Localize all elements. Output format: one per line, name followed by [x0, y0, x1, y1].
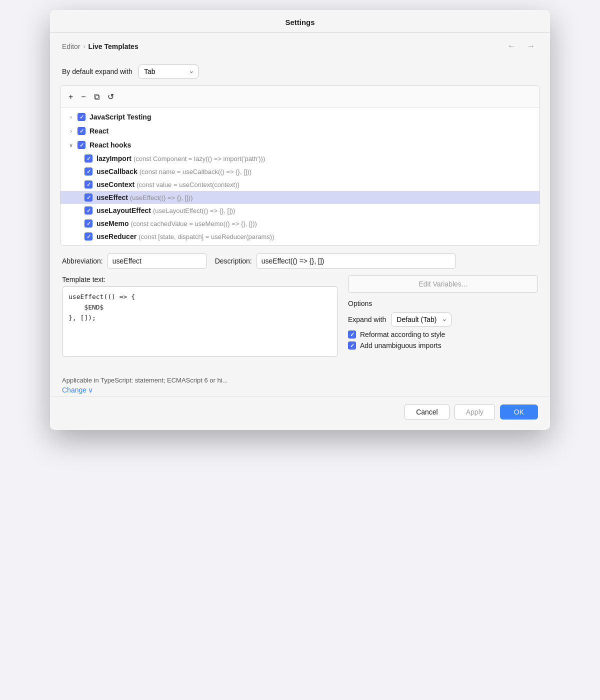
cancel-button[interactable]: Cancel [404, 404, 450, 420]
tree-item-use-layout-effect[interactable]: useLayoutEffect (useLayoutEffect(() => {… [60, 204, 540, 217]
item-desc-use-reducer: (const [state, dispatch] = useReducer(pa… [138, 233, 274, 240]
add-template-button[interactable]: + [66, 90, 76, 104]
tree-item-use-context[interactable]: useContext (const value = useContext(con… [60, 178, 540, 191]
item-checkbox-use-layout-effect[interactable] [84, 206, 92, 214]
breadcrumb: Editor › Live Templates [62, 42, 138, 50]
tree-toolbar: + − ⧉ ↺ [60, 86, 540, 108]
details-panel: Abbreviation: Description: Template text… [50, 246, 550, 372]
group-toggle-js-testing: › [66, 112, 76, 122]
item-desc-use-context: (const value = useContext(context)) [136, 181, 240, 188]
fields-row: Abbreviation: Description: [62, 254, 538, 268]
reformat-checkbox-row: Reformat according to style [348, 330, 538, 338]
item-desc-use-memo: (const cachedValue = useMemo(() => {}, [… [131, 220, 257, 228]
item-checkbox-use-callback[interactable] [84, 168, 92, 176]
template-left-panel: Template text: useEffect(() => { $END$ }… [62, 276, 338, 358]
nav-arrows: ← → [504, 40, 538, 52]
item-name-use-memo: useMemo [96, 220, 129, 228]
tree-item-use-callback[interactable]: useCallback (const name = useCallback(()… [60, 165, 540, 178]
options-section: Options Expand with Default (Tab) Tab En… [348, 300, 538, 350]
applicable-row: Applicable in TypeScript: statement; ECM… [50, 372, 550, 396]
item-name-use-reducer: useReducer [96, 232, 136, 240]
reformat-checkbox[interactable] [348, 330, 356, 338]
tree-group-js-testing[interactable]: › JavaScript Testing [60, 110, 540, 124]
item-desc-lazy-import: (const Component = lazy(() => import('pa… [134, 155, 265, 162]
expand-with-select-wrapper: Tab Enter Space [138, 64, 198, 78]
item-name-use-layout-effect: useLayoutEffect [96, 206, 151, 214]
item-name-use-effect: useEffect [96, 194, 128, 202]
group-name-js-testing: JavaScript Testing [90, 113, 151, 121]
template-tree-panel: + − ⧉ ↺ › JavaScript Testing › React ∨ R… [60, 86, 540, 246]
ok-button[interactable]: OK [500, 404, 538, 420]
item-checkbox-lazy-import[interactable] [84, 154, 92, 162]
breadcrumb-separator: › [84, 43, 86, 50]
group-name-react-hooks: React hooks [90, 141, 131, 149]
item-name-use-context: useContext [96, 180, 134, 188]
breadcrumb-parent[interactable]: Editor [62, 42, 80, 50]
template-label: Template text: [62, 276, 338, 284]
tree-item-use-effect[interactable]: useEffect (useEffect(() => {}, [])) [60, 191, 540, 204]
item-checkbox-use-context[interactable] [84, 180, 92, 188]
tree-item-use-memo[interactable]: useMemo (const cachedValue = useMemo(() … [60, 217, 540, 230]
back-arrow-button[interactable]: ← [504, 40, 519, 52]
abbreviation-label: Abbreviation: [62, 257, 103, 265]
dialog-footer: Cancel Apply OK [50, 396, 550, 430]
group-toggle-react-hooks: ∨ [66, 140, 76, 150]
item-checkbox-use-memo[interactable] [84, 220, 92, 228]
group-toggle-react: › [66, 126, 76, 136]
copy-template-button[interactable]: ⧉ [91, 90, 102, 104]
apply-button[interactable]: Apply [454, 404, 495, 420]
group-checkbox-react-hooks[interactable] [78, 141, 86, 149]
item-checkbox-use-reducer[interactable] [84, 232, 92, 240]
expand-with-label: By default expand with [62, 68, 132, 76]
expand-with-row: By default expand with Tab Enter Space [50, 60, 550, 86]
breadcrumb-row: Editor › Live Templates ← → [50, 33, 550, 60]
item-desc-use-layout-effect: (useLayoutEffect(() => {}, [])) [153, 207, 236, 214]
tree-group-react-hooks[interactable]: ∨ React hooks [60, 138, 540, 152]
reformat-label: Reformat according to style [360, 330, 445, 338]
change-label: Change [62, 386, 86, 394]
settings-dialog: Settings Editor › Live Templates ← → By … [50, 10, 550, 430]
options-title: Options [348, 300, 538, 308]
tree-item-use-reducer[interactable]: useReducer (const [state, dispatch] = us… [60, 230, 540, 243]
item-desc-use-effect: (useEffect(() => {}, [])) [130, 194, 192, 202]
item-desc-use-callback: (const name = useCallback(() => {}, [])) [140, 168, 252, 176]
applicable-text: Applicable in TypeScript: statement; ECM… [62, 376, 538, 384]
breadcrumb-current: Live Templates [88, 42, 138, 50]
abbreviation-input[interactable] [107, 254, 207, 268]
group-checkbox-js-testing[interactable] [78, 113, 86, 121]
imports-checkbox[interactable] [348, 342, 356, 350]
edit-variables-button[interactable]: Edit Variables... [348, 276, 538, 292]
expand-with-options-row: Expand with Default (Tab) Tab Enter Spac… [348, 312, 538, 326]
change-link[interactable]: Change ∨ [62, 386, 93, 394]
options-expand-label: Expand with [348, 316, 386, 324]
tree-item-lazy-import[interactable]: lazyImport (const Component = lazy(() =>… [60, 152, 540, 165]
description-label: Description: [215, 257, 252, 265]
tree-content: › JavaScript Testing › React ∨ React hoo… [60, 108, 540, 245]
expand-with-select[interactable]: Tab Enter Space [138, 64, 198, 78]
item-checkbox-use-effect[interactable] [84, 194, 92, 202]
item-name-use-callback: useCallback [96, 168, 138, 176]
abbreviation-group: Abbreviation: [62, 254, 207, 268]
forward-arrow-button[interactable]: → [523, 40, 538, 52]
template-section: Template text: useEffect(() => { $END$ }… [62, 276, 538, 358]
imports-label: Add unambiguous imports [360, 342, 442, 350]
template-right-panel: Edit Variables... Options Expand with De… [348, 276, 538, 352]
imports-checkbox-row: Add unambiguous imports [348, 342, 538, 350]
expand-with-option-select[interactable]: Default (Tab) Tab Enter Space [391, 312, 452, 326]
template-textarea[interactable]: useEffect(() => { $END$ }, []); [62, 286, 338, 356]
dialog-title: Settings [50, 10, 550, 33]
group-name-react: React [90, 127, 108, 135]
reset-template-button[interactable]: ↺ [104, 90, 117, 104]
description-input[interactable] [256, 254, 456, 268]
expand-with-option-select-wrapper: Default (Tab) Tab Enter Space [391, 312, 452, 326]
description-group: Description: [215, 254, 456, 268]
item-name-lazy-import: lazyImport [96, 154, 132, 162]
tree-group-react[interactable]: › React [60, 124, 540, 138]
group-checkbox-react[interactable] [78, 127, 86, 135]
remove-template-button[interactable]: − [78, 90, 88, 104]
change-chevron-icon: ∨ [88, 386, 93, 394]
